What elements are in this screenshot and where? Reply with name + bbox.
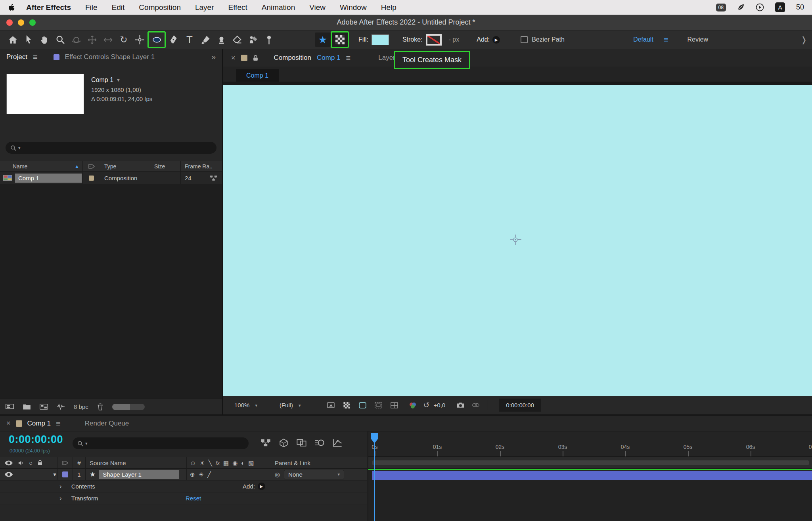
selection-tool[interactable]: [21, 32, 36, 47]
viewer-tab-comp1[interactable]: Comp 1: [236, 69, 279, 82]
project-item-thumbnail[interactable]: [6, 74, 84, 114]
group-row-transform[interactable]: › Transform Reset: [0, 492, 367, 504]
apple-menu-icon[interactable]: [8, 4, 15, 11]
collapse-switch-icon[interactable]: ⊕: [190, 471, 195, 477]
menu-composition[interactable]: Composition: [139, 3, 181, 12]
exposure-value[interactable]: +0,0: [434, 402, 446, 408]
column-source-name[interactable]: Source Name: [85, 457, 186, 468]
color-depth-button[interactable]: 8 bpc: [74, 403, 88, 410]
chevron-down-icon[interactable]: ▼: [116, 77, 121, 84]
workspace-selector[interactable]: Default: [633, 36, 653, 43]
trash-icon[interactable]: [97, 403, 103, 410]
solo-icon[interactable]: ○: [29, 460, 33, 466]
mini-flowchart-icon[interactable]: [261, 439, 271, 447]
column-size[interactable]: Size: [150, 161, 180, 171]
tab-render-queue[interactable]: Render Queue: [85, 420, 129, 427]
channel-icon[interactable]: [408, 402, 417, 409]
input-source-badge[interactable]: A: [775, 2, 785, 12]
preview-timecode[interactable]: 0:00:00:00: [499, 399, 541, 412]
show-snapshot-icon[interactable]: [472, 403, 480, 407]
menu-edit[interactable]: Edit: [112, 3, 125, 12]
flowchart-icon[interactable]: [210, 175, 217, 181]
workspace-review[interactable]: Review: [688, 36, 708, 43]
work-area-bar[interactable]: [372, 460, 809, 465]
expand-layer-icon[interactable]: ▼: [52, 472, 57, 477]
workspace-menu-icon[interactable]: ≡: [664, 36, 668, 44]
menu-help[interactable]: Help: [381, 3, 396, 12]
hand-tool[interactable]: [36, 32, 52, 47]
tag-icon[interactable]: [62, 461, 68, 465]
fill-color-swatch[interactable]: [372, 34, 389, 45]
column-label-color[interactable]: [82, 161, 100, 171]
group-row-contents[interactable]: › Contents Add: ▶: [0, 481, 367, 492]
timeline-track-area[interactable]: 0s 01s 02s 03s 04s 05s 06s 07s: [368, 431, 812, 521]
tab-layer[interactable]: Layer: [378, 54, 395, 62]
snapshot-camera-icon[interactable]: [456, 402, 465, 408]
group-contents-label[interactable]: Contents: [71, 483, 95, 490]
menu-file[interactable]: File: [85, 3, 98, 12]
rotation-tool[interactable]: ↻: [116, 32, 132, 47]
group-transform-label[interactable]: Transform: [71, 495, 98, 502]
ellipse-tool[interactable]: [149, 32, 165, 47]
composition-viewport[interactable]: [223, 82, 812, 396]
contents-add-button[interactable]: ▶: [258, 483, 265, 490]
orbit-camera-tool[interactable]: [68, 32, 84, 47]
feather-icon[interactable]: [737, 4, 745, 11]
tool-creates-mask-button[interactable]: [332, 32, 348, 47]
pan-behind-tool[interactable]: [132, 32, 147, 47]
grid-guides-icon[interactable]: [391, 402, 398, 408]
audio-icon[interactable]: [18, 460, 24, 466]
tab-composition-label[interactable]: Composition: [274, 54, 312, 62]
bezier-path-checkbox[interactable]: [521, 36, 528, 43]
type-tool[interactable]: T: [182, 32, 197, 47]
draft-quality-icon[interactable]: ╱: [207, 471, 211, 477]
waveform-icon[interactable]: [57, 403, 65, 410]
chevron-right-icon[interactable]: ❭: [777, 35, 807, 44]
draft-3d-icon[interactable]: [279, 439, 289, 447]
minimize-window-button[interactable]: [18, 19, 24, 26]
pickwhip-icon[interactable]: ◎: [275, 471, 280, 477]
close-icon[interactable]: ×: [231, 54, 236, 62]
current-timecode[interactable]: 0:00:00:00: [9, 433, 63, 446]
3d-layer-icon[interactable]: ▧: [248, 460, 254, 466]
expand-group-icon[interactable]: ›: [59, 483, 62, 490]
column-type[interactable]: Type: [100, 161, 150, 171]
work-area-row[interactable]: [368, 457, 812, 469]
clone-stamp-tool[interactable]: [213, 32, 229, 47]
search-options-icon[interactable]: ▾: [18, 145, 21, 151]
menu-effect[interactable]: Effect: [228, 3, 247, 12]
menu-animation[interactable]: Animation: [262, 3, 295, 12]
zoom-tool[interactable]: [52, 32, 68, 47]
puppet-pin-tool[interactable]: [261, 32, 277, 47]
shy-icon[interactable]: ☺: [190, 460, 196, 466]
menu-app-name[interactable]: After Effects: [26, 3, 71, 12]
current-time-indicator-line[interactable]: [374, 441, 375, 521]
tab-timeline-comp1[interactable]: Comp 1: [27, 420, 51, 427]
time-ruler[interactable]: 0s 01s 02s 03s 04s 05s 06s 07s: [368, 431, 812, 457]
tool-creates-shape-button[interactable]: ★: [315, 32, 331, 47]
project-row-comp1[interactable]: Comp 1 Composition 24: [0, 172, 222, 184]
eraser-tool[interactable]: [229, 32, 245, 47]
dolly-camera-tool[interactable]: [100, 32, 116, 47]
interpret-footage-icon[interactable]: [6, 403, 14, 410]
graph-editor-icon[interactable]: [332, 439, 342, 447]
expand-group-icon[interactable]: ›: [59, 494, 62, 502]
magnification-dropdown[interactable]: 100% ▾: [234, 402, 257, 408]
stroke-width-value[interactable]: - px: [449, 36, 460, 43]
play-circle-icon[interactable]: [756, 3, 764, 11]
column-layer-number[interactable]: #: [73, 457, 85, 468]
pan-camera-tool[interactable]: [84, 32, 100, 47]
stroke-color-swatch[interactable]: [426, 34, 442, 46]
menu-window[interactable]: Window: [340, 3, 367, 12]
timeline-panel-menu-icon[interactable]: ≡: [56, 420, 61, 427]
home-tool[interactable]: [5, 32, 21, 47]
resolution-dropdown[interactable]: (Full) ▾: [280, 402, 301, 408]
lock-icon[interactable]: [38, 460, 42, 466]
project-item-name[interactable]: Comp 1: [91, 75, 113, 85]
close-icon[interactable]: ×: [6, 419, 11, 427]
sort-ascending-icon[interactable]: ▲: [75, 164, 79, 169]
collapse-transformations-icon[interactable]: ☀: [199, 460, 205, 466]
eye-icon[interactable]: [5, 472, 13, 477]
frame-blend-icon[interactable]: ▦: [223, 460, 229, 466]
adjustment-layer-icon[interactable]: ◐: [241, 460, 245, 466]
